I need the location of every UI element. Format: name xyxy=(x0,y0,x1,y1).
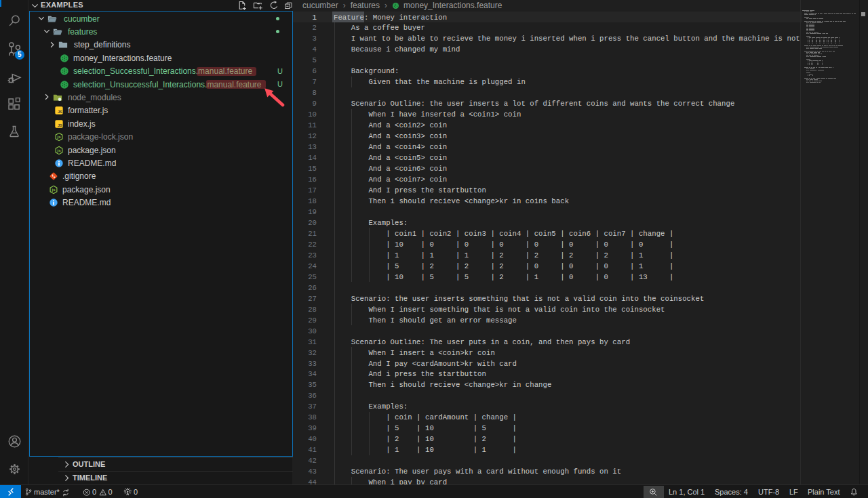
svg-text:js: js xyxy=(51,187,56,192)
svg-text:JS: JS xyxy=(58,123,62,127)
svg-text:js: js xyxy=(56,148,61,152)
svg-text:JS: JS xyxy=(58,110,62,115)
svg-text:js: js xyxy=(56,134,61,139)
